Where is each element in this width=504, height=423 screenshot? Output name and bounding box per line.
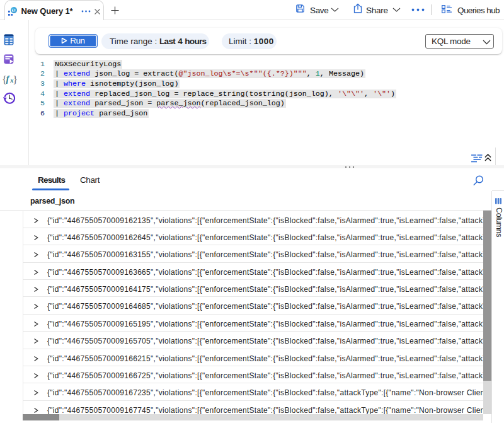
svg-text:x: x bbox=[9, 77, 13, 84]
